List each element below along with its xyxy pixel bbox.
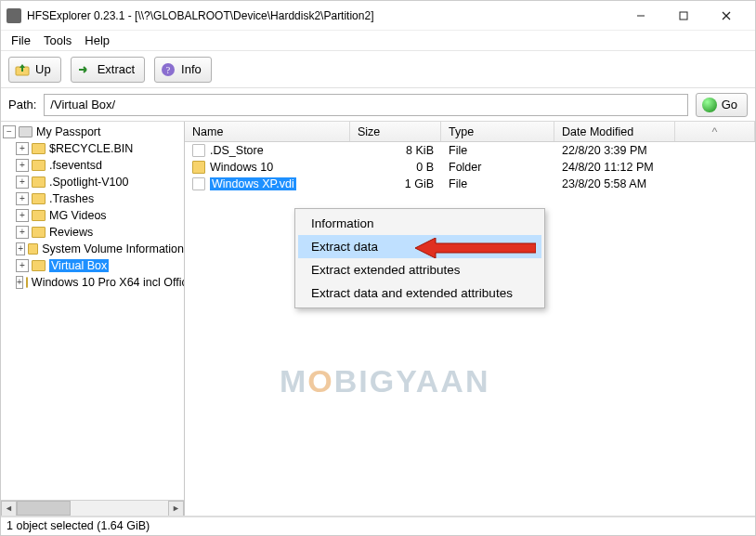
table-row[interactable]: Windows XP.vdi1 GiBFile23/8/20 5:58 AM bbox=[185, 176, 755, 192]
scroll-thumb[interactable] bbox=[17, 501, 71, 516]
file-list: Name Size Type Date Modified ^ .DS_Store… bbox=[185, 122, 755, 516]
context-menu-item[interactable]: Information bbox=[298, 212, 541, 235]
go-button[interactable]: Go bbox=[696, 93, 748, 117]
folder-icon bbox=[32, 193, 46, 204]
folder-tree[interactable]: −My Passport+$RECYCLE.BIN+.fseventsd+.Sp… bbox=[1, 122, 185, 516]
context-menu-item[interactable]: Extract extended attributes bbox=[298, 258, 541, 281]
folder-icon bbox=[32, 160, 46, 171]
tree-item[interactable]: +.fseventsd bbox=[3, 157, 184, 174]
up-icon bbox=[15, 62, 30, 77]
folder-icon bbox=[28, 243, 38, 255]
svg-rect-1 bbox=[680, 12, 687, 20]
tree-hscrollbar[interactable]: ◄ ► bbox=[1, 500, 184, 516]
info-icon: ? bbox=[161, 62, 176, 77]
table-row[interactable]: .DS_Store8 KiBFile22/8/20 3:39 PM bbox=[185, 142, 755, 159]
file-icon bbox=[192, 144, 205, 157]
toolbar: Up Extract ? Info bbox=[1, 51, 755, 88]
main-area: −My Passport+$RECYCLE.BIN+.fseventsd+.Sp… bbox=[1, 122, 755, 516]
folder-icon bbox=[26, 277, 28, 288]
go-label: Go bbox=[722, 98, 737, 111]
col-type[interactable]: Type bbox=[441, 122, 554, 141]
context-menu-item[interactable]: Extract data bbox=[298, 235, 541, 258]
app-icon bbox=[7, 8, 21, 23]
minimize-button[interactable] bbox=[619, 1, 662, 31]
file-icon bbox=[192, 177, 205, 190]
titlebar: HFSExplorer 0.23.1 - [\\?\GLOBALROOT\Dev… bbox=[1, 1, 755, 31]
scroll-right-icon[interactable]: ► bbox=[168, 501, 184, 516]
path-label: Path: bbox=[8, 98, 36, 111]
folder-icon bbox=[32, 260, 46, 271]
extract-icon bbox=[77, 62, 92, 77]
info-button[interactable]: ? Info bbox=[154, 57, 212, 83]
extract-label: Extract bbox=[98, 62, 135, 76]
window-title: HFSExplorer 0.23.1 - [\\?\GLOBALROOT\Dev… bbox=[27, 9, 373, 22]
tree-item[interactable]: +.Spotlight-V100 bbox=[3, 174, 184, 190]
menu-help[interactable]: Help bbox=[78, 32, 116, 49]
tree-item[interactable]: +MG Videos bbox=[3, 207, 184, 224]
extract-button[interactable]: Extract bbox=[71, 57, 145, 83]
close-button[interactable] bbox=[705, 1, 748, 31]
menu-file[interactable]: File bbox=[5, 32, 37, 49]
window-controls bbox=[619, 1, 748, 31]
maximize-button[interactable] bbox=[662, 1, 705, 31]
tree-item[interactable]: +Reviews bbox=[3, 224, 184, 241]
folder-icon bbox=[32, 176, 46, 188]
up-label: Up bbox=[35, 62, 51, 76]
tree-item[interactable]: +$RECYCLE.BIN bbox=[3, 140, 184, 157]
drive-icon bbox=[19, 126, 33, 137]
menubar: File Tools Help bbox=[1, 31, 755, 51]
path-input[interactable] bbox=[44, 94, 687, 116]
folder-icon bbox=[32, 210, 46, 221]
tree-item[interactable]: +Windows 10 Pro X64 incl Office 2019 bbox=[3, 274, 184, 291]
tree-item[interactable]: +.Trashes bbox=[3, 190, 184, 207]
context-menu: InformationExtract dataExtract extended … bbox=[294, 208, 545, 308]
column-headers: Name Size Type Date Modified ^ bbox=[185, 122, 755, 142]
path-row: Path: Go bbox=[1, 88, 755, 122]
go-icon bbox=[702, 98, 717, 112]
info-label: Info bbox=[181, 62, 202, 76]
folder-icon bbox=[192, 161, 205, 174]
context-menu-item[interactable]: Extract data and extended attributes bbox=[298, 281, 541, 305]
folder-icon bbox=[32, 227, 46, 238]
tree-item[interactable]: +System Volume Information bbox=[3, 241, 184, 257]
col-name[interactable]: Name bbox=[185, 122, 350, 141]
up-button[interactable]: Up bbox=[8, 57, 61, 83]
col-size[interactable]: Size bbox=[350, 122, 441, 141]
svg-text:?: ? bbox=[166, 65, 171, 75]
tree-root[interactable]: −My Passport bbox=[3, 124, 184, 140]
folder-icon bbox=[32, 143, 46, 154]
tree-item[interactable]: +Virtual Box bbox=[3, 257, 184, 274]
menu-tools[interactable]: Tools bbox=[37, 32, 78, 49]
table-row[interactable]: Windows 100 BFolder24/8/20 11:12 PM bbox=[185, 159, 755, 176]
status-bar: 1 object selected (1.64 GiB) bbox=[1, 516, 755, 535]
col-sort-indicator[interactable]: ^ bbox=[675, 122, 755, 141]
watermark: MOBIGYAAN bbox=[280, 363, 489, 399]
scroll-left-icon[interactable]: ◄ bbox=[1, 501, 17, 516]
col-date[interactable]: Date Modified bbox=[554, 122, 675, 141]
